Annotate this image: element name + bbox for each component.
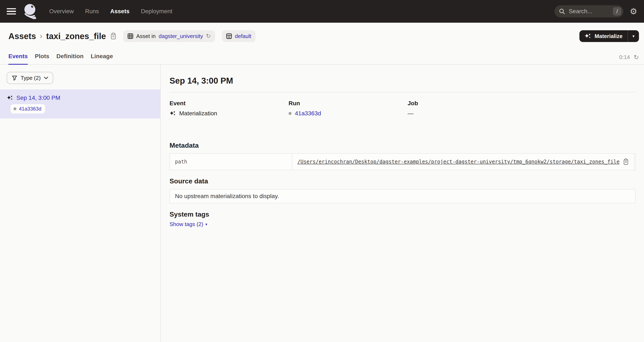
event-column: Event Materialization xyxy=(170,100,288,118)
materialize-split-button: Materialize ▾ xyxy=(580,30,639,42)
materialize-button[interactable]: Materialize xyxy=(580,30,628,42)
run-status-dot xyxy=(14,107,16,110)
search-input[interactable]: Search... / xyxy=(554,5,624,17)
run-id: 41a3363d xyxy=(19,106,42,112)
filter-funnel-icon xyxy=(12,75,17,81)
nav-item-overview[interactable]: Overview xyxy=(49,8,74,15)
asset-in-label: Asset in xyxy=(136,33,156,39)
run-id-link[interactable]: 41a3363d xyxy=(295,109,321,118)
hamburger-menu-icon[interactable] xyxy=(7,8,16,14)
event-summary-grid: Event Materialization Run 41a3363d xyxy=(170,100,636,118)
tab-plots[interactable]: Plots xyxy=(35,50,49,65)
refresh-countdown: 0:14 xyxy=(619,54,630,60)
event-timestamp-row: Sep 14, 3:00 PM xyxy=(7,95,154,101)
top-nav: Overview Runs Assets Deployment Search..… xyxy=(0,0,644,23)
nav-item-deployment[interactable]: Deployment xyxy=(141,8,172,15)
asset-group-pill: default xyxy=(222,30,256,42)
caret-down-icon: ▾ xyxy=(632,34,634,39)
search-icon xyxy=(559,8,565,14)
run-column: Run 41a3363d xyxy=(288,100,408,118)
materialize-label: Materialize xyxy=(594,33,622,39)
tab-definition[interactable]: Definition xyxy=(56,50,84,65)
asset-group-link[interactable]: default xyxy=(235,33,251,39)
event-timestamp: Sep 14, 3:00 PM xyxy=(16,95,60,101)
metadata-value-cell: /Users/erincochran/Desktop/dagster-examp… xyxy=(292,154,634,170)
type-filter-label: Type (2) xyxy=(20,75,40,81)
gear-icon[interactable]: ⚙ xyxy=(630,7,637,15)
source-data-empty-state: No upstream materializations to display. xyxy=(170,189,636,203)
materialization-sparkle-icon xyxy=(170,110,176,117)
tab-events[interactable]: Events xyxy=(8,50,28,65)
chevron-down-icon xyxy=(44,77,48,79)
divider xyxy=(170,92,636,92)
event-label: Event xyxy=(170,100,288,107)
show-tags-toggle[interactable]: Show tags (2) ▾ xyxy=(170,221,207,227)
metadata-path-link[interactable]: /Users/erincochran/Desktop/dagster-examp… xyxy=(298,159,620,165)
materialize-caret-button[interactable]: ▾ xyxy=(628,30,639,42)
asset-table-icon xyxy=(128,33,133,39)
auto-refresh-timer: 0:14 ↻ xyxy=(619,54,639,64)
breadcrumb-row: Assets › taxi_zones_file Asset in dagste… xyxy=(0,23,644,44)
event-type-value: Materialization xyxy=(179,109,217,118)
breadcrumb-assets-link[interactable]: Assets xyxy=(8,31,36,41)
job-value: — xyxy=(408,109,414,118)
tabs-row: Events Plots Definition Lineage 0:14 ↻ xyxy=(0,50,644,65)
source-data-heading: Source data xyxy=(170,177,636,185)
copy-path-icon[interactable] xyxy=(623,159,629,165)
tab-lineage[interactable]: Lineage xyxy=(91,50,113,65)
breadcrumb: Assets › taxi_zones_file xyxy=(8,31,106,41)
asset-location-pill: Asset in dagster_university ↻ xyxy=(123,30,215,42)
nav-item-runs[interactable]: Runs xyxy=(85,8,99,15)
asset-group-icon xyxy=(226,33,232,39)
metadata-expand-cell xyxy=(634,154,641,170)
page-header: Assets › taxi_zones_file Asset in dagste… xyxy=(0,23,644,65)
metadata-table: path /Users/erincochran/Desktop/dagster-… xyxy=(170,153,636,170)
code-location-link[interactable]: dagster_university xyxy=(158,33,203,39)
search-shortcut-key: / xyxy=(613,7,621,15)
run-label: Run xyxy=(288,100,408,107)
search-placeholder: Search... xyxy=(569,8,613,15)
materialization-sparkle-icon xyxy=(7,95,13,101)
content-area: Type (2) Sep 14, 3:00 PM 41a3363d S xyxy=(0,65,644,342)
events-sidebar: Type (2) Sep 14, 3:00 PM 41a3363d xyxy=(0,65,161,342)
sparkle-icon xyxy=(584,33,591,39)
nav-item-assets[interactable]: Assets xyxy=(110,8,130,15)
caret-down-icon: ▾ xyxy=(205,222,207,227)
source-data-empty-message: No upstream materializations to display. xyxy=(175,193,279,199)
copy-asset-name-icon[interactable] xyxy=(110,32,116,40)
show-tags-label: Show tags (2) xyxy=(170,221,203,227)
page-title: taxi_zones_file xyxy=(46,31,106,41)
run-id-badge[interactable]: 41a3363d xyxy=(10,104,45,113)
dagster-logo-icon[interactable] xyxy=(22,3,39,20)
metadata-key-cell: path xyxy=(170,154,292,170)
system-tags-heading: System tags xyxy=(170,210,636,218)
filter-bar: Type (2) xyxy=(0,65,160,89)
job-column: Job — xyxy=(408,100,636,118)
reload-location-icon[interactable]: ↻ xyxy=(206,33,211,39)
event-detail-panel: Sep 14, 3:00 PM Event Materialization Ru… xyxy=(161,65,644,342)
type-filter-button[interactable]: Type (2) xyxy=(7,72,53,84)
dagster-app: Overview Runs Assets Deployment Search..… xyxy=(0,0,644,342)
main-nav: Overview Runs Assets Deployment xyxy=(49,8,172,15)
breadcrumb-separator: › xyxy=(40,32,42,40)
run-status-dot xyxy=(288,112,292,115)
event-list-item-selected[interactable]: Sep 14, 3:00 PM 41a3363d xyxy=(0,89,160,119)
metadata-heading: Metadata xyxy=(170,141,636,150)
refresh-icon[interactable]: ↻ xyxy=(634,54,639,60)
job-label: Job xyxy=(408,100,636,107)
event-detail-title: Sep 14, 3:00 PM xyxy=(170,76,636,86)
